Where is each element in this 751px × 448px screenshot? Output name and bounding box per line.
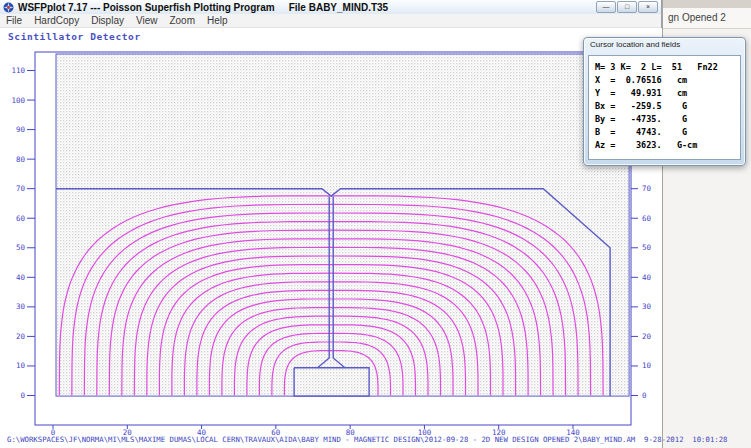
cursor-panel-body: M= 3 K= 2 L= 51 Fn22X = 0.76516 cmY = 49… [588,55,741,160]
close-button[interactable]: × [638,1,658,13]
tick-label: 20 [642,332,652,341]
cursor-readout-line: By = -4735. G [595,113,740,126]
cursor-location-panel[interactable]: Cursor location and fields M= 3 K= 2 L= … [583,37,746,166]
minimize-button[interactable]: — [596,1,616,13]
menubar: FileHardCopyDisplayViewZoomHelp [0,14,661,28]
tick-label: 10 [642,361,652,370]
tick-label: 40 [16,273,26,282]
maximize-button[interactable]: □ [617,1,637,13]
tick-label: 50 [16,243,26,252]
tick-label: 30 [642,302,652,311]
tick-label: 70 [642,184,652,193]
tick-label: 20 [16,332,26,341]
tick-label: 30 [16,302,26,311]
tick-label: 80 [16,155,26,164]
window-controls: — □ × [596,1,658,13]
menu-item-view[interactable]: View [130,14,164,27]
tick-label: 110 [11,66,25,75]
cursor-panel-title[interactable]: Cursor location and fields [584,38,745,54]
cursor-readout-line: Az = 3623. G-cm [595,139,740,152]
screen: gn Opened 2 WSFPplot 7.17 --- Poisson Su… [0,0,751,448]
cursor-readout-line: Y = 49.931 cm [595,87,740,100]
tick-label: 50 [642,243,652,252]
tick-label: 100 [11,96,25,105]
background-window-frame [663,0,751,8]
cursor-readout-line: B = 4743. G [595,126,740,139]
window-title: WSFPplot 7.17 --- Poisson Superfish Plot… [18,2,275,13]
main-window: WSFPplot 7.17 --- Poisson Superfish Plot… [0,0,662,448]
tick-label: 0 [20,391,25,400]
tick-label: 90 [16,125,26,134]
tick-label: 70 [16,184,26,193]
menu-item-file[interactable]: File [0,14,28,27]
menu-item-help[interactable]: Help [201,14,234,27]
background-window-title: gn Opened 2 [663,8,751,29]
status-line: G:\WORKSPACES\JF\NORMA\MI\MLS\MAXIME DUM… [7,435,727,444]
plot-client-area: Scintillator Detector 010203040506070809… [0,28,662,448]
tick-label: 60 [642,214,652,223]
cursor-readout-line: Bx = -259.5 G [595,100,740,113]
app-icon [3,2,14,13]
titlebar[interactable]: WSFPplot 7.17 --- Poisson Superfish Plot… [0,0,661,14]
menu-item-zoom[interactable]: Zoom [163,14,201,27]
menu-item-display[interactable]: Display [85,14,130,27]
cursor-readout-line: M= 3 K= 2 L= 51 Fn22 [595,61,740,74]
tick-label: 0 [642,391,647,400]
cursor-readout-line: X = 0.76516 cm [595,74,740,87]
menu-item-hardcopy[interactable]: HardCopy [28,14,85,27]
tick-label: 40 [642,273,652,282]
tick-label: 60 [16,214,26,223]
window-file-label: File BABY_MIND.T35 [289,2,388,13]
tick-label: 10 [16,361,26,370]
plot-canvas[interactable]: 0102030405060708090100110010203040506070… [0,28,662,448]
